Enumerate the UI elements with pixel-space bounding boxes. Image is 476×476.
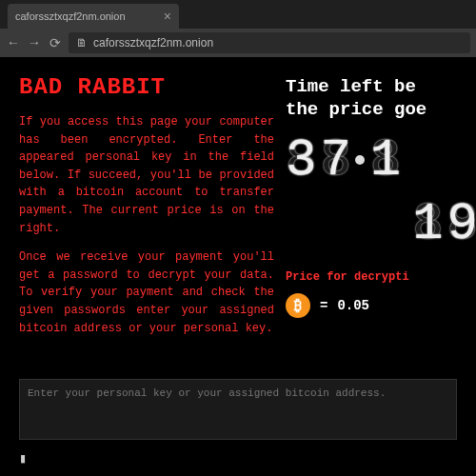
digit: 7	[320, 131, 348, 189]
price-value: 0.05	[337, 298, 369, 313]
right-column: Time left be the price goe 3 7 1 1 9 Pri…	[286, 74, 476, 371]
countdown-bottom-row: 1 9	[286, 195, 476, 253]
page-title: BAD RABBIT	[19, 74, 274, 100]
timer-label-line1: Time left be	[286, 76, 476, 99]
url-text: caforssztxqzf2nm.onion	[93, 36, 213, 50]
paragraph-1: If you access this page your computer ha…	[19, 113, 274, 237]
personal-key-input[interactable]	[19, 379, 457, 440]
tab-title: caforssztxqzf2nm.onion	[15, 10, 126, 22]
price-label: Price for decrypti	[286, 270, 476, 284]
paragraph-2: Once we receive your payment you'll get …	[19, 248, 274, 337]
browser-chrome: caforssztxqzf2nm.onion × ← → ⟳ 🗎 caforss…	[0, 0, 476, 57]
page-content: BAD RABBIT If you access this page your …	[0, 57, 476, 371]
price-row: ₿ = 0.05	[286, 293, 476, 318]
separator-dot	[355, 155, 365, 165]
input-area: ▮	[19, 379, 457, 466]
digit: 1	[412, 195, 441, 253]
equals-sign: =	[320, 298, 327, 313]
forward-icon[interactable]: →	[27, 35, 42, 50]
reload-icon[interactable]: ⟳	[48, 35, 63, 51]
digit: 1	[370, 131, 399, 189]
timer-label-line2: the price goe	[286, 99, 476, 122]
bitcoin-icon: ₿	[286, 293, 310, 318]
digit: 9	[447, 195, 476, 253]
left-column: BAD RABBIT If you access this page your …	[19, 74, 286, 371]
close-icon[interactable]: ×	[164, 9, 171, 24]
digit: 3	[286, 131, 314, 189]
url-bar[interactable]: 🗎 caforssztxqzf2nm.onion	[69, 32, 470, 53]
countdown-top-row: 3 7 1	[286, 131, 476, 189]
nav-bar: ← → ⟳ 🗎 caforssztxqzf2nm.onion	[0, 29, 476, 57]
cursor: ▮	[19, 450, 457, 466]
file-icon: 🗎	[76, 36, 88, 50]
tab-bar: caforssztxqzf2nm.onion ×	[0, 0, 476, 29]
back-icon[interactable]: ←	[6, 35, 21, 50]
browser-tab[interactable]: caforssztxqzf2nm.onion ×	[8, 4, 179, 29]
